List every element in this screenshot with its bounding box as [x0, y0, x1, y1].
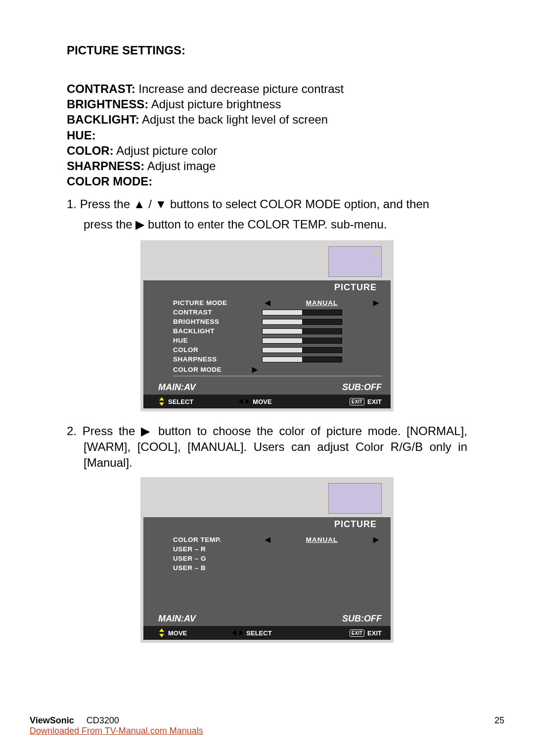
- def-term: HUE:: [67, 129, 96, 142]
- osd-nav: SELECTMOVEEXITEXIT: [143, 395, 391, 408]
- osd-row-label: USER – G: [173, 555, 262, 562]
- osd-row-label: PICTURE MODE: [173, 299, 262, 307]
- osd-row-label: USER – R: [173, 545, 262, 553]
- osd-nav: MOVESELECTEXITEXIT: [143, 626, 391, 640]
- osd-row-control: [262, 338, 382, 344]
- def-term: BRIGHTNESS:: [67, 97, 148, 111]
- left-right-icon: [232, 630, 243, 636]
- nav-item: EXITEXIT: [350, 398, 382, 405]
- nav-item: MOVE: [158, 628, 187, 637]
- osd-row-label: USER – B: [173, 564, 262, 572]
- footer-model: CD3200: [87, 715, 119, 725]
- def-desc: Adjust picture color: [114, 144, 217, 157]
- osd-row-label: COLOR TEMP.: [173, 536, 262, 543]
- nav-label: MOVE: [168, 629, 187, 637]
- osd-row-control: [262, 347, 382, 353]
- osd-status: MAIN:AV SUB:OFF: [143, 611, 391, 626]
- osd-row-label: BACKLIGHT: [173, 327, 262, 335]
- nav-label: SELECT: [246, 629, 271, 637]
- status-left: MAIN:AV: [158, 382, 196, 393]
- osd-row-control: [262, 319, 382, 325]
- step-1-line-a: 1. Press the ▲ / ▼ buttons to select COL…: [67, 194, 467, 215]
- osd-row-control: [262, 356, 382, 362]
- osd-slider: [262, 347, 342, 353]
- osd-row-control: [262, 328, 382, 334]
- nav-item: SELECT: [158, 397, 193, 406]
- osd-row: CONTRAST: [173, 308, 382, 317]
- osd-panel-picture: ▯ PICTURE PICTURE MODE◀MANUAL▶CONTRASTBR…: [140, 240, 394, 411]
- triangle-right-icon: ▶: [373, 299, 379, 307]
- osd-row-label: COLOR MODE: [173, 366, 262, 373]
- osd-row: BRIGHTNESS: [173, 317, 382, 326]
- triangle-left-icon: ◀: [265, 535, 270, 543]
- def-term: COLOR:: [67, 144, 114, 157]
- def-desc: Increase and decrease picture contrast: [135, 82, 344, 95]
- osd-top: ▯: [143, 480, 391, 517]
- osd-row-label: BRIGHTNESS: [173, 318, 262, 325]
- osd-row: HUE: [173, 336, 382, 345]
- nav-label: MOVE: [253, 398, 271, 405]
- osd-slider: [262, 356, 342, 362]
- osd-row-control: ◀MANUAL▶: [262, 535, 382, 543]
- triangle-right-icon: ▶: [252, 365, 258, 373]
- status-right: SUB:OFF: [342, 614, 382, 624]
- status-left: MAIN:AV: [158, 614, 196, 624]
- triangle-left-icon: ◀: [265, 299, 270, 307]
- osd-slider: [262, 338, 342, 344]
- definitions-block: CONTRAST: Increase and decrease picture …: [67, 81, 467, 189]
- page-title: PICTURE SETTINGS:: [67, 44, 467, 57]
- osd-preview-box: ▯: [328, 246, 382, 277]
- nav-label: EXIT: [367, 398, 382, 405]
- exit-icon: EXIT: [350, 629, 364, 637]
- nav-label: EXIT: [367, 629, 382, 637]
- osd-row: BACKLIGHT: [173, 326, 382, 336]
- page-footer: ViewSonic CD3200 Downloaded From TV-Manu…: [30, 715, 504, 736]
- indicator-icon: ▯: [375, 249, 378, 256]
- osd-title: PICTURE: [143, 517, 391, 533]
- up-down-icon: [158, 628, 165, 637]
- def-term: CONTRAST:: [67, 82, 135, 95]
- osd-body: PICTURE MODE◀MANUAL▶CONTRASTBRIGHTNESSBA…: [143, 296, 391, 379]
- osd-row: SHARPNESS: [173, 355, 382, 364]
- footer-brand: ViewSonic: [30, 715, 74, 725]
- osd-row: USER – R: [173, 544, 382, 554]
- step-2: 2. Press the ▶ button to choose the colo…: [67, 423, 467, 470]
- def-desc: Adjust the back light level of screen: [139, 113, 328, 126]
- page-number: 25: [494, 715, 504, 726]
- osd-row-control: ◀MANUAL▶: [262, 299, 382, 307]
- exit-icon: EXIT: [350, 398, 364, 405]
- osd-select-value: MANUAL: [273, 536, 370, 543]
- osd-slider: [262, 310, 342, 315]
- osd-row-label: COLOR: [173, 346, 262, 354]
- def-desc: Adjust image: [144, 159, 216, 173]
- osd-row: USER – B: [173, 563, 382, 573]
- osd-row: COLOR MODE▶: [173, 364, 382, 376]
- indicator-icon: ▯: [375, 486, 378, 492]
- osd-slider: [262, 319, 342, 325]
- triangle-right-icon: ▶: [373, 535, 379, 543]
- osd-row: PICTURE MODE◀MANUAL▶: [173, 298, 382, 308]
- def-desc: Adjust picture brightness: [148, 97, 281, 111]
- def-term: SHARPNESS:: [67, 159, 144, 173]
- nav-item: EXITEXIT: [350, 629, 382, 637]
- nav-label: SELECT: [168, 398, 193, 405]
- osd-row-label: CONTRAST: [173, 309, 262, 316]
- nav-item: SELECT: [232, 629, 271, 637]
- osd-status: MAIN:AV SUB:OFF: [143, 379, 391, 395]
- step-1-line-b: press the ▶ button to enter the COLOR TE…: [67, 216, 467, 233]
- osd-row: COLOR TEMP.◀MANUAL▶: [173, 534, 382, 544]
- osd-top: ▯: [143, 243, 391, 280]
- osd-row: COLOR: [173, 345, 382, 355]
- osd-body: COLOR TEMP.◀MANUAL▶USER – RUSER – GUSER …: [143, 533, 391, 611]
- osd-title: PICTURE: [143, 280, 391, 296]
- osd-row-control: [262, 310, 382, 315]
- def-term: BACKLIGHT:: [67, 113, 139, 126]
- osd-row-label: SHARPNESS: [173, 356, 262, 363]
- osd-preview-box: ▯: [328, 483, 382, 514]
- osd-panel-color-temp: ▯ PICTURE COLOR TEMP.◀MANUAL▶USER – RUSE…: [140, 477, 394, 643]
- nav-item: MOVE: [239, 398, 271, 405]
- up-down-icon: [158, 397, 165, 406]
- status-right: SUB:OFF: [342, 382, 382, 393]
- footer-link[interactable]: Downloaded From TV-Manual.com Manuals: [30, 726, 203, 736]
- osd-row: USER – G: [173, 554, 382, 563]
